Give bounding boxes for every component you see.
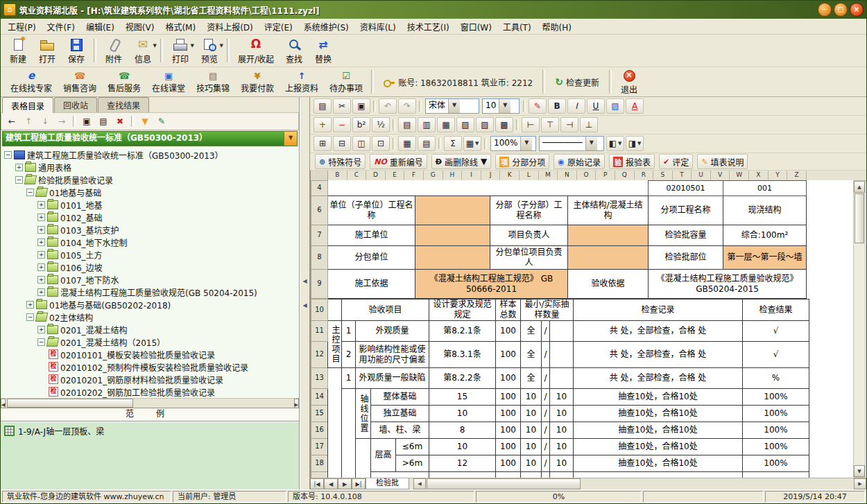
chevron-down-icon[interactable] <box>520 137 532 150</box>
sample-total[interactable]: 100 <box>496 389 521 406</box>
sampling-min[interactable]: 10 <box>521 389 542 406</box>
project-manager-label[interactable]: 项目负责人 <box>490 225 568 246</box>
check-record[interactable]: 抽查10处，合格10处 <box>574 406 743 422</box>
check-update-button[interactable]: 检查更新 <box>548 76 606 88</box>
tree-horizontal-scrollbar[interactable] <box>1 398 299 408</box>
sub-item-label[interactable]: 墙、柱、梁 <box>371 422 429 439</box>
nav-up-button[interactable]: ↑ <box>21 114 36 129</box>
tree-item[interactable]: 检02010201_钢筋原材料检验批质量验收记录 <box>3 373 299 385</box>
font-combobox[interactable]: 宋体 <box>425 98 479 114</box>
item-no[interactable] <box>342 389 356 478</box>
tree-item[interactable]: +0103_基坑支护 <box>3 223 299 236</box>
sampling-actual[interactable]: 10 <box>550 422 574 439</box>
nav-forward-button[interactable]: → <box>54 114 69 129</box>
row-number[interactable]: 14 <box>311 389 328 406</box>
unit-project-input[interactable] <box>415 196 490 225</box>
toolbar-button-expert[interactable]: 在线找专家 <box>5 69 58 95</box>
row-number[interactable]: 15 <box>311 406 328 422</box>
constructor-label[interactable]: 施工单位 <box>328 225 415 246</box>
italic-button[interactable]: I <box>567 98 585 114</box>
design-requirement[interactable]: 10 <box>429 439 496 455</box>
tree-item[interactable]: +0105_土方 <box>3 248 299 261</box>
row-number[interactable]: 10 <box>311 299 328 321</box>
toolbar-button-preview[interactable]: ▼预览 <box>195 36 224 66</box>
sample-total-header[interactable]: 样本总数 <box>496 299 521 321</box>
toolbar-button-expand[interactable]: 展开/收起 <box>232 36 280 66</box>
column-header[interactable]: E <box>386 171 405 180</box>
tab-表格目录[interactable]: 表格目录 <box>2 97 53 113</box>
item-no[interactable]: 1 <box>342 321 356 342</box>
expander-icon[interactable]: − <box>15 176 23 184</box>
sample-total[interactable]: 100 <box>496 422 521 439</box>
panel-splitter[interactable]: ◀ ◀ <box>300 97 310 489</box>
split-table-button[interactable]: ⊡ <box>372 136 390 151</box>
general-items-label[interactable] <box>328 368 342 478</box>
ruler-bottom-button[interactable]: ⊥ <box>580 117 598 132</box>
column-header[interactable]: B <box>328 171 347 180</box>
font-color-button[interactable]: A <box>626 98 644 114</box>
toolbar-button-save[interactable]: 保存 <box>62 36 91 66</box>
toolbar-button-tips[interactable]: 技巧集锦 <box>191 69 235 95</box>
row-number[interactable]: 4 <box>311 181 328 196</box>
sampling-actual[interactable] <box>550 342 574 368</box>
sampling-actual[interactable] <box>550 472 574 478</box>
column-header[interactable]: Z <box>787 171 807 180</box>
row-number[interactable]: 11 <box>311 321 328 342</box>
close-button[interactable]: × <box>850 3 864 17</box>
item-name[interactable]: 影响结构性能或使用功能的尺寸偏差 <box>356 342 429 368</box>
construction-basis-label[interactable]: 施工依据 <box>328 270 415 299</box>
size-combobox[interactable]: 10 <box>482 98 520 114</box>
column-header[interactable]: X <box>749 171 769 180</box>
row-number[interactable]: 8 <box>311 246 328 270</box>
renumber-button[interactable]: NO重新编号 <box>370 154 427 169</box>
toolbar-button-print[interactable]: ▼打印 <box>166 36 195 66</box>
menu-item[interactable]: 帮助(H) <box>537 19 577 34</box>
filter-button[interactable]: ▼ <box>137 114 153 129</box>
storey-height-label[interactable]: 层高 <box>371 439 396 472</box>
form-serial-cell[interactable]: 001 <box>723 181 807 196</box>
row-number[interactable]: 19 <box>311 472 328 478</box>
column-header[interactable]: W <box>730 171 749 180</box>
check-record[interactable]: 抽查10处，合格10处 <box>574 389 743 406</box>
column-header[interactable]: R <box>635 171 654 180</box>
scrollbar-thumb[interactable] <box>855 193 864 243</box>
toolbar-button-service[interactable]: 售后服务 <box>102 69 146 95</box>
original-record-button[interactable]: ◉原始记录 <box>553 154 605 169</box>
design-requirement[interactable]: H/30000+20 <box>429 472 496 478</box>
underline-button[interactable]: U <box>587 98 605 114</box>
chevron-down-icon[interactable] <box>448 99 460 113</box>
check-result[interactable]: √ <box>743 321 809 342</box>
chevron-down-icon[interactable] <box>499 99 510 113</box>
table-menu-button[interactable]: ▦▼ <box>463 136 481 151</box>
sampling-slash[interactable]: / <box>542 406 550 422</box>
expander-icon[interactable]: − <box>26 189 34 196</box>
undo-button[interactable]: ↶ <box>379 98 397 114</box>
sampling-slash[interactable]: / <box>542 439 550 455</box>
design-requirement[interactable]: 第8.3.1条 <box>429 342 496 368</box>
align-right-button[interactable]: ▦ <box>437 117 455 132</box>
paste-node-button[interactable]: ▤ <box>96 114 111 129</box>
check-result[interactable] <box>743 472 809 478</box>
scroll-right-icon[interactable] <box>854 478 866 489</box>
form-cell[interactable] <box>328 299 342 321</box>
tree-item[interactable]: −01地基与基础 <box>3 186 299 198</box>
design-requirement[interactable]: 10 <box>429 406 496 422</box>
horizontal-scrollbar[interactable] <box>413 478 866 489</box>
tree-item[interactable]: +0107_地下防水 <box>3 273 299 286</box>
align-top-button[interactable]: ▧ <box>456 117 474 132</box>
expander-icon[interactable]: − <box>4 151 12 159</box>
column-header[interactable]: G <box>424 171 443 180</box>
acceptance-basis-label[interactable]: 验收依据 <box>568 270 649 299</box>
column-header[interactable]: K <box>500 171 520 180</box>
expander-icon[interactable]: − <box>37 338 45 346</box>
lot-location-value[interactable]: 第一层～第一段～墙 <box>723 246 807 270</box>
check-record[interactable]: 抽查10处，合格10处 <box>574 422 743 439</box>
sampling-min[interactable] <box>521 472 542 478</box>
expander-icon[interactable]: + <box>37 288 45 296</box>
special-symbol-button[interactable]: ⊕特殊符号 <box>315 154 366 169</box>
exit-button[interactable]: 退出 <box>615 67 644 96</box>
row-number[interactable]: 13 <box>311 368 328 389</box>
sampling-slash[interactable]: / <box>542 422 550 439</box>
report-form-button[interactable]: 验报验表 <box>609 154 655 169</box>
tree-item[interactable]: 检02010102_预制构件模板安装检验批质量验收记录 <box>3 360 299 373</box>
